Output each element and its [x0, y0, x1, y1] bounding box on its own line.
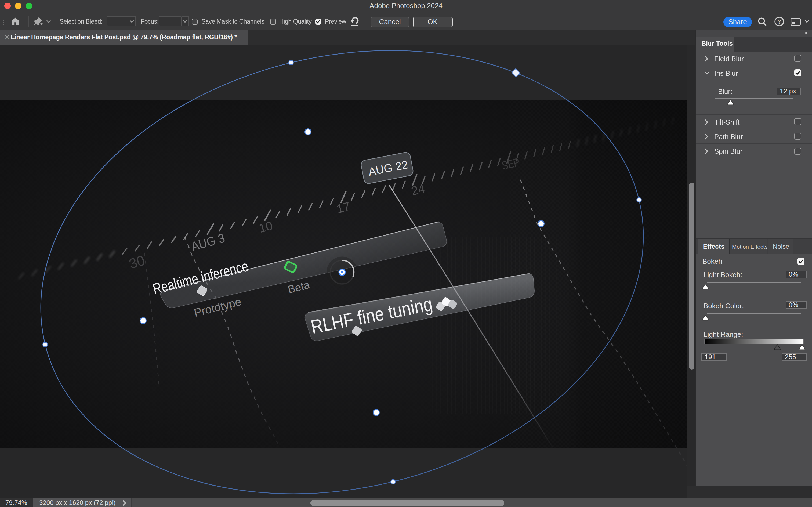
svg-text:?: ?: [777, 18, 781, 25]
